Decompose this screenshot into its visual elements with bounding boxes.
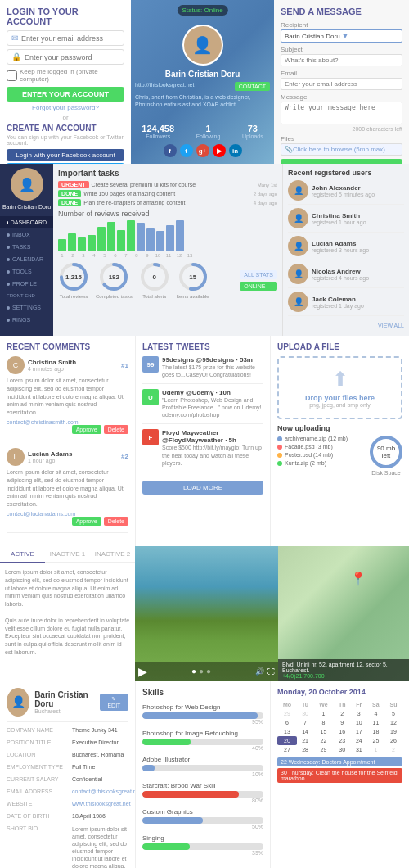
- cal-day[interactable]: 27: [277, 745, 297, 754]
- cal-day[interactable]: 1: [367, 745, 384, 754]
- files-browser[interactable]: 📎 Click here to browse (5mb max): [281, 143, 402, 156]
- sidebar-item-settings[interactable]: SETTINGS: [0, 301, 53, 314]
- done-badge-1: DONE: [58, 190, 81, 197]
- contact-button[interactable]: CONTACT: [235, 82, 270, 91]
- remember-checkbox[interactable]: [7, 70, 17, 81]
- cal-day[interactable]: 30: [297, 709, 313, 718]
- x-label: 1: [58, 253, 66, 258]
- sidebar-item-tools[interactable]: TOOLS: [0, 265, 53, 278]
- twitter-icon[interactable]: t: [180, 144, 193, 157]
- cal-day[interactable]: 22: [313, 736, 333, 745]
- cal-day[interactable]: 25: [367, 736, 384, 745]
- cal-day[interactable]: 12: [384, 718, 402, 727]
- reg-user-2: 👤 Christina Smith registered 1 hour ago: [288, 208, 404, 233]
- email-input[interactable]: [21, 34, 119, 43]
- volume-icon[interactable]: 🔊: [255, 667, 264, 676]
- cal-day[interactable]: 3: [351, 709, 367, 718]
- cal-day[interactable]: 17: [351, 727, 367, 736]
- cal-day[interactable]: 6: [277, 718, 297, 727]
- googleplus-icon[interactable]: g+: [196, 144, 209, 157]
- cal-day-today[interactable]: 20: [277, 736, 297, 745]
- cal-day[interactable]: 8: [313, 718, 333, 727]
- email-input-send[interactable]: [281, 78, 402, 90]
- view-all-link[interactable]: VIEW ALL: [378, 323, 404, 328]
- comment-link-2[interactable]: contact@lucianadams.com: [7, 511, 128, 517]
- cal-day[interactable]: 5: [384, 709, 402, 718]
- fullscreen-icon[interactable]: ⛶: [267, 667, 275, 676]
- cal-day[interactable]: 28: [297, 745, 313, 754]
- cal-day[interactable]: 29: [313, 745, 333, 754]
- sidebar-item-dashboard[interactable]: DASHBOARD: [0, 216, 53, 228]
- all-stats-badge[interactable]: ALL STATS: [240, 270, 277, 279]
- dropdown-arrow-icon: ▼: [342, 32, 399, 40]
- sidebar-item-rings[interactable]: RINGS: [0, 314, 53, 326]
- sidebar-item-tasks[interactable]: TASKS: [0, 241, 53, 253]
- cal-day[interactable]: 9: [334, 718, 351, 727]
- cal-day[interactable]: 2: [334, 709, 351, 718]
- cal-day[interactable]: 10: [351, 718, 367, 727]
- field-website-label: WEBSITE: [7, 801, 72, 807]
- drop-zone[interactable]: ⬆ Drop your files here png, jpeg, and bm…: [277, 356, 402, 419]
- field-website: WEBSITE www.thislooksgreat.net: [7, 801, 128, 810]
- files-label: Files: [281, 135, 402, 142]
- sidebar-item-profile[interactable]: PROFILE: [0, 278, 53, 290]
- message-textarea[interactable]: [281, 102, 402, 124]
- cal-day[interactable]: 16: [334, 727, 351, 736]
- stat-label-4: Items available: [177, 294, 209, 299]
- cal-day[interactable]: 11: [367, 718, 384, 727]
- tab-inactive-1[interactable]: INACTIVE 1: [45, 546, 90, 563]
- delete-button-2[interactable]: Delete: [104, 517, 128, 526]
- forgot-password-link[interactable]: Forgot your password?: [7, 104, 124, 111]
- subject-input[interactable]: [281, 54, 402, 66]
- facebook-login-button[interactable]: Login with your Facebook account: [7, 149, 124, 161]
- sidebar-item-calendar[interactable]: CALENDAR: [0, 253, 53, 265]
- delete-button-1[interactable]: Delete: [104, 425, 128, 434]
- edit-button[interactable]: ✎ EDIT: [100, 694, 128, 711]
- profile-location: Bucharest: [34, 708, 95, 714]
- comment-link-1[interactable]: contact@christinasmith.com: [7, 419, 128, 425]
- upload-dot-3: [277, 453, 282, 458]
- load-more-button[interactable]: LOAD MORE: [142, 481, 263, 495]
- tab-active[interactable]: ACTIVE: [0, 546, 45, 563]
- cal-day[interactable]: 19: [384, 727, 402, 736]
- cal-day[interactable]: 13: [277, 727, 297, 736]
- cal-day[interactable]: 1: [313, 709, 333, 718]
- tweet-text-2: "Learn Photoshop, Web Design and Profita…: [162, 396, 263, 418]
- cal-day[interactable]: 30: [334, 745, 351, 754]
- cal-day[interactable]: 4: [367, 709, 384, 718]
- cal-event-1: 22 Wednesday: Doctors Appointment: [277, 757, 402, 766]
- online-badge: ONLINE: [240, 282, 277, 291]
- login-button[interactable]: ENTER YOUR ACCOUNT: [7, 87, 124, 102]
- approve-button-1[interactable]: Approve: [72, 425, 101, 434]
- sidebar-item-frontend[interactable]: FRONT END: [0, 290, 53, 301]
- cal-day[interactable]: 21: [297, 736, 313, 745]
- recipient-selector[interactable]: Barin Cristian Doru ▼: [281, 29, 402, 43]
- cal-day[interactable]: 26: [384, 736, 402, 745]
- play-icon[interactable]: ▶: [138, 665, 147, 678]
- hero-stats: 124,458 Followers 1 Following 73 Uploads: [131, 124, 274, 139]
- upload-icon: ⬆: [289, 368, 391, 391]
- cal-day[interactable]: 14: [297, 727, 313, 736]
- youtube-icon[interactable]: ▶: [213, 144, 226, 157]
- password-input[interactable]: [25, 53, 119, 61]
- cal-day[interactable]: 24: [351, 736, 367, 745]
- cal-day[interactable]: 15: [313, 727, 333, 736]
- sidebar-item-inbox[interactable]: INBOX: [0, 228, 53, 241]
- cal-day[interactable]: 29: [277, 709, 297, 718]
- facebook-icon[interactable]: f: [164, 144, 177, 157]
- cal-day[interactable]: 2: [384, 745, 402, 754]
- linkedin-icon[interactable]: in: [229, 144, 242, 157]
- skill-bar-5: [142, 817, 263, 824]
- sidebar-avatar: 👤: [11, 168, 43, 201]
- cal-day[interactable]: 18: [367, 727, 384, 736]
- login-title: LOGIN TO YOUR ACCOUNT: [7, 7, 124, 26]
- create-title: CREATE AN ACCOUNT: [7, 124, 124, 133]
- cal-day[interactable]: 7: [297, 718, 313, 727]
- field-dob-label: DATE OF BIRTH: [7, 813, 72, 819]
- tweet-icon-1: 99: [142, 356, 159, 373]
- approve-button-2[interactable]: Approve: [72, 517, 101, 526]
- tab-inactive-2[interactable]: INACTIVE 2: [90, 546, 135, 563]
- cal-day[interactable]: 31: [351, 745, 367, 754]
- cal-day[interactable]: 23: [334, 736, 351, 745]
- field-employment-value: Full Time: [72, 764, 95, 770]
